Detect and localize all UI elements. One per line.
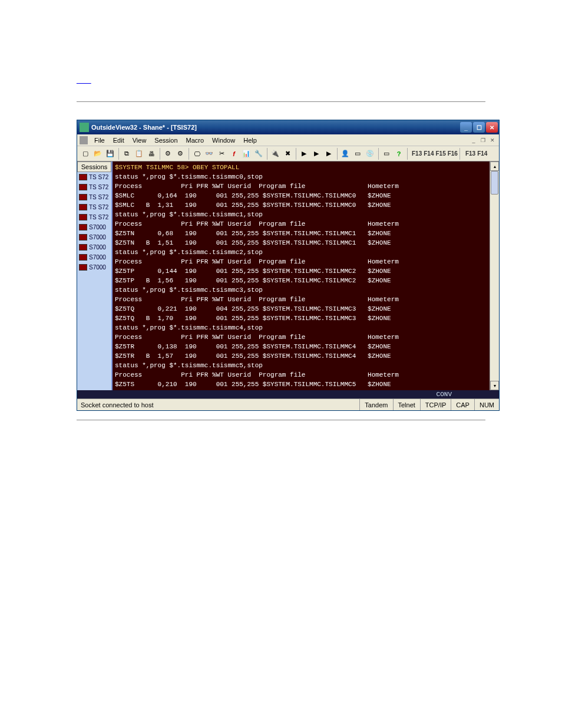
session-label: TS S72 <box>89 174 108 180</box>
minimize-button[interactable]: _ <box>460 122 472 133</box>
glasses-icon[interactable]: 👓 <box>203 148 215 160</box>
scroll-down-icon[interactable]: ▾ <box>490 381 499 390</box>
terminal-line: Process Pri PFR %WT Userid Program file … <box>115 257 487 266</box>
terminal-line: $Z5TR B 1,57 190 001 255,255 $SYSTEM.TSI… <box>115 351 487 361</box>
disconnect-icon[interactable]: ✖ <box>282 148 293 160</box>
terminal-line: $Z5TP B 1,56 190 001 255,255 $SYSTEM.TSI… <box>115 276 487 285</box>
status-message: Socket connected to host <box>77 401 272 409</box>
open-icon[interactable]: 📂 <box>92 148 104 160</box>
save-icon[interactable]: 💾 <box>104 148 116 160</box>
disk-icon[interactable]: 💿 <box>364 148 376 160</box>
connect-icon[interactable]: 🔌 <box>269 148 281 160</box>
session-label: TS S72 <box>89 184 108 190</box>
scissors-icon[interactable]: ✂ <box>216 148 227 160</box>
session-item[interactable]: TS S72 <box>77 192 111 202</box>
session-label: S7000 <box>89 234 106 241</box>
gear2-icon[interactable]: ⚙ <box>174 148 186 160</box>
paste-icon[interactable]: 📋 <box>133 148 145 160</box>
gear1-icon[interactable]: ⚙ <box>162 148 174 160</box>
terminal-icon <box>79 224 87 230</box>
terminal-icon <box>79 204 87 210</box>
session-item[interactable]: S7000 <box>77 252 111 262</box>
nav2-icon[interactable]: ▶ <box>310 148 322 160</box>
titlebar[interactable]: OutsideView32 - Shane* - [TSIS72] _ ☐ ✕ <box>77 120 499 134</box>
conv-strip: CONV <box>77 390 499 398</box>
status-panel-cap: CAP <box>451 399 474 410</box>
menu-file[interactable]: File <box>90 136 109 145</box>
session-item[interactable]: TS S72 <box>77 182 111 192</box>
session-item[interactable]: S7000 <box>77 222 111 232</box>
menu-view[interactable]: View <box>128 136 151 145</box>
workarea: Sessions TS S72TS S72TS S72TS S72TS S72S… <box>77 162 499 390</box>
terminal-icon <box>79 264 87 271</box>
fx-icon[interactable]: f <box>228 148 240 160</box>
app-icon <box>80 123 89 132</box>
maximize-button[interactable]: ☐ <box>473 122 485 133</box>
terminal-icon <box>79 234 87 241</box>
chart-icon[interactable]: 📊 <box>240 148 252 160</box>
terminal-line: $Z5TQ 0,221 190 004 255,255 $SYSTEM.TSIL… <box>115 304 487 314</box>
fkey-f14[interactable]: F14 <box>424 150 434 157</box>
menu-edit[interactable]: Edit <box>109 136 128 145</box>
person-icon[interactable]: 👤 <box>339 148 351 160</box>
session-label: S7000 <box>89 224 106 230</box>
terminal-area[interactable]: $SYSTEM TSILMMC 58> OBEY STOPALLstatus *… <box>113 162 490 390</box>
session-item[interactable]: TS S72 <box>77 212 111 222</box>
menu-help[interactable]: Help <box>239 136 261 145</box>
terminal-line: status *,prog $*.tsismmc.tsismmc4,stop <box>115 323 487 332</box>
terminal-line: $Z5TN B 1,51 190 001 255,255 $SYSTEM.TSI… <box>115 238 487 248</box>
doc-restore-button[interactable]: ❐ <box>479 136 487 144</box>
close-button[interactable]: ✕ <box>486 122 498 133</box>
terminal-line: Process Pri PFR %WT Userid Program file … <box>115 295 487 304</box>
monitor-icon[interactable]: 🖵 <box>191 148 203 160</box>
terminal-line: $SMLC 0,164 190 001 255,255 $SYSTEM.TSIL… <box>115 191 487 200</box>
status-panel-num: NUM <box>474 399 499 410</box>
scroll-up-icon[interactable]: ▴ <box>490 162 499 171</box>
menu-window[interactable]: Window <box>208 136 239 145</box>
menu-macro[interactable]: Macro <box>182 136 209 145</box>
toolbar: ▢ 📂 💾 ⧉ 📋 🖶 ⚙ ⚙ 🖵 👓 ✂ f 📊 🔧 🔌 ✖ ▶ ▶ ▶ <box>77 146 499 162</box>
menu-session[interactable]: Session <box>150 136 181 145</box>
fkey2-f13[interactable]: F13 <box>465 150 475 157</box>
scrollbar[interactable]: ▴ ▾ <box>490 162 499 390</box>
fkey-f13[interactable]: F13 <box>412 150 422 157</box>
session-item[interactable]: TS S72 <box>77 202 111 212</box>
page-link[interactable]: ____ <box>77 77 91 84</box>
fkey-f16[interactable]: F16 <box>448 150 458 157</box>
terminal-line: Process Pri PFR %WT Userid Program file … <box>115 332 487 342</box>
sessions-header[interactable]: Sessions <box>77 162 111 172</box>
terminal-icon <box>79 194 87 200</box>
session-item[interactable]: S7000 <box>77 232 111 242</box>
box-icon[interactable]: ▭ <box>381 148 392 160</box>
terminal-line: status *,prog $*.tsismmc.tsismmc3,stop <box>115 285 487 295</box>
terminal-line: $Z5TR 0,138 190 001 255,255 $SYSTEM.TSIL… <box>115 342 487 351</box>
session-item[interactable]: S7000 <box>77 242 111 252</box>
terminal-line: $Z5TS 0,210 190 001 255,255 $SYSTEM.TSIL… <box>115 380 487 389</box>
doc-icon[interactable] <box>80 136 88 144</box>
window-icon[interactable]: ▭ <box>352 148 363 160</box>
new-icon[interactable]: ▢ <box>80 148 91 160</box>
session-item[interactable]: S7000 <box>77 262 111 272</box>
app-window: OutsideView32 - Shane* - [TSIS72] _ ☐ ✕ … <box>77 120 500 411</box>
doc-close-button[interactable]: ✕ <box>488 136 497 144</box>
scroll-thumb[interactable] <box>491 171 498 195</box>
fkey2-f14[interactable]: F14 <box>477 150 487 157</box>
fkey-f15[interactable]: F15 <box>435 150 445 157</box>
copy-icon[interactable]: ⧉ <box>121 148 133 160</box>
window-title: OutsideView32 - Shane* - [TSIS72] <box>91 124 460 131</box>
session-label: TS S72 <box>89 214 108 220</box>
session-item[interactable]: TS S72 <box>77 172 111 182</box>
sessions-sidebar: Sessions TS S72TS S72TS S72TS S72TS S72S… <box>77 162 113 390</box>
tools-icon[interactable]: 🔧 <box>253 148 265 160</box>
help-icon[interactable]: ? <box>393 148 405 160</box>
nav3-icon[interactable]: ▶ <box>323 148 335 160</box>
session-label: TS S72 <box>89 204 108 210</box>
divider-bottom <box>77 420 485 420</box>
nav1-icon[interactable]: ▶ <box>298 148 310 160</box>
doc-minimize-button[interactable]: _ <box>470 136 478 144</box>
session-label: S7000 <box>89 264 106 271</box>
session-label: TS S72 <box>89 194 108 200</box>
terminal-line: status *,prog $*.tsismmc.tsismmc5,stop <box>115 361 487 370</box>
print-icon[interactable]: 🖶 <box>146 148 157 160</box>
status-panel-telnet: Telnet <box>393 399 420 410</box>
